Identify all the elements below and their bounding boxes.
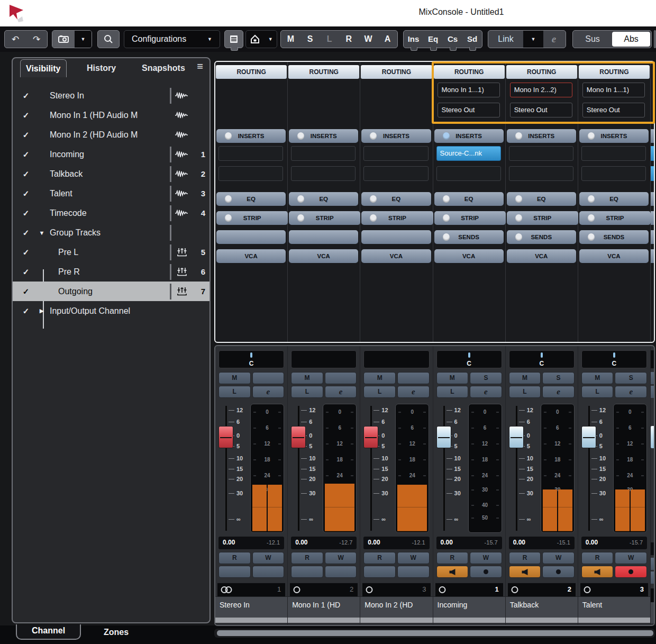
record-enable-button[interactable] (325, 566, 357, 578)
visibility-checkmark[interactable]: ✓ (18, 189, 34, 198)
vca-rack-header[interactable]: VCA (434, 249, 504, 263)
write-automation-button[interactable]: W (397, 552, 430, 564)
level-meter[interactable]: 06 1218 2430 (323, 404, 357, 533)
visibility-list-item[interactable]: ✓ Pre L (13, 242, 209, 262)
monitor-button[interactable] (509, 566, 541, 578)
meter-peak-value[interactable]: -12.7 (339, 539, 352, 546)
rack-toggle-button[interactable]: Cs (444, 31, 462, 48)
pan-control[interactable] (291, 350, 357, 368)
visibility-list-item[interactable]: ✓ Timecode (13, 203, 209, 223)
strip-rack-header[interactable]: STRIP (289, 211, 361, 225)
set-up-window-layout-button[interactable] (224, 30, 243, 48)
listen-button[interactable]: L (581, 386, 614, 398)
panel-tab[interactable]: Snapshots (136, 59, 190, 77)
visibility-list-item[interactable]: ✓ Talkback (13, 164, 209, 184)
snapshot-camera-button[interactable] (52, 31, 75, 48)
record-enable-button[interactable] (252, 566, 285, 578)
fader-handle[interactable] (509, 426, 524, 448)
inserts-rack-header[interactable]: INSERTS (507, 129, 576, 143)
insert-slot-1[interactable] (291, 146, 356, 161)
inserts-rack-header[interactable]: INSERTS (289, 129, 358, 143)
visibility-checkmark[interactable]: ✓ (18, 267, 34, 277)
visibility-checkmark[interactable]: ✓ (18, 287, 34, 296)
sends-rack-header[interactable]: SENDS (507, 230, 576, 244)
record-enable-button[interactable] (397, 566, 430, 578)
write-automation-button[interactable]: W (542, 552, 575, 564)
pan-control[interactable]: C (436, 350, 502, 368)
meter-peak-value[interactable]: -12.1 (412, 539, 425, 546)
sends-rack-header[interactable]: SENDS (289, 230, 358, 244)
level-meter[interactable]: 06 1218 2430 (395, 404, 429, 533)
visibility-list-item[interactable]: ✓ Mono In 2 (HD Audio M (13, 125, 209, 144)
tab-zones[interactable]: Zones (104, 628, 129, 637)
monitor-button[interactable] (218, 566, 251, 578)
visibility-checkmark[interactable]: ✓ (18, 306, 34, 316)
meter-peak-value[interactable]: -12.1 (267, 539, 280, 546)
write-automation-button[interactable]: W (252, 552, 285, 564)
mute-button[interactable]: M (509, 372, 541, 384)
read-automation-button[interactable]: R (218, 552, 251, 564)
write-automation-button[interactable]: W (615, 552, 647, 564)
mute-button[interactable]: M (363, 372, 396, 384)
fader-handle[interactable] (291, 426, 306, 448)
edit-channel-button[interactable]: e (470, 386, 502, 398)
inserts-rack-header[interactable]: INSERTS (579, 129, 649, 143)
strip-rack-header[interactable]: STRIP (361, 211, 433, 225)
channel-color-strip[interactable] (578, 618, 650, 623)
level-meter[interactable]: 06 1218 2430 4050 (468, 404, 502, 533)
channel-state-button[interactable]: S (301, 34, 319, 44)
routing-rack-header[interactable]: ROUTING (506, 65, 577, 79)
channel-state-button[interactable]: L (321, 34, 339, 44)
fader-handle[interactable] (581, 426, 596, 448)
strip-rack-header[interactable]: STRIP (216, 211, 288, 225)
visibility-list-item[interactable]: ✓ ▶ Input/Output Channel (13, 301, 209, 321)
strip-rack-header[interactable]: STRIP (434, 211, 506, 225)
routing-output-slot[interactable]: Stereo Out (510, 103, 572, 117)
routing-input-slot[interactable]: Mono In 1...1) (582, 83, 645, 97)
level-meter[interactable]: 06 1218 2430 (541, 404, 575, 533)
link-button[interactable]: Link (488, 34, 523, 44)
visibility-checkmark[interactable]: ✓ (18, 150, 34, 159)
channel-color-strip[interactable] (288, 618, 360, 623)
rack-toggle-button[interactable]: Sd (463, 31, 481, 48)
channel-name[interactable]: Stereo In (215, 596, 287, 618)
sends-rack-header[interactable]: SENDS (216, 230, 286, 244)
visibility-list-item[interactable]: ✓ Pre R (13, 262, 209, 282)
visibility-list-item[interactable]: ✓ Mono In 1 (HD Audio M (13, 105, 209, 125)
monitor-button[interactable] (291, 566, 323, 578)
routing-rack-header[interactable]: ROUTING (361, 65, 432, 79)
visibility-list-item[interactable]: ✓ ▼ Group Tracks (13, 223, 209, 242)
visibility-checkmark[interactable]: ✓ (18, 208, 34, 218)
visibility-list-item[interactable]: ✓ Outgoing (13, 282, 209, 301)
panel-menu-icon[interactable]: ≡ (197, 60, 203, 72)
routing-input-slot[interactable]: Mono In 1...1) (438, 83, 500, 97)
level-meter[interactable]: 06 1218 2430 (613, 404, 647, 533)
channel-state-button[interactable]: A (379, 34, 397, 44)
vca-rack-header[interactable]: VCA (579, 249, 649, 263)
link-edit-button[interactable]: e (543, 33, 564, 45)
channel-state-button[interactable]: R (340, 34, 358, 44)
insert-slot-2[interactable] (363, 166, 428, 181)
fader-db-value[interactable]: 0.00 (223, 539, 235, 546)
eq-rack-header[interactable]: EQ (289, 192, 358, 206)
eq-rack-header[interactable]: EQ (361, 192, 431, 206)
edit-channel-button[interactable]: e (397, 386, 430, 398)
insert-slot-2[interactable] (581, 166, 646, 181)
fader-db-value[interactable]: 0.00 (513, 539, 525, 546)
channel-state-button[interactable]: M (281, 34, 299, 44)
insert-slot-1[interactable]: Source-C...nk (436, 146, 501, 161)
listen-button[interactable]: L (363, 386, 396, 398)
visibility-checkmark[interactable]: ✓ (18, 248, 34, 257)
insert-slot-2[interactable] (436, 166, 501, 181)
visibility-checkmark[interactable]: ✓ (18, 111, 34, 120)
read-automation-button[interactable]: R (509, 552, 541, 564)
channel-color-strip[interactable] (506, 618, 578, 623)
mute-button[interactable]: M (581, 372, 614, 384)
channel-name[interactable]: Talkback (506, 596, 578, 618)
channel-color-strip[interactable] (360, 618, 432, 623)
edit-channel-button[interactable]: e (542, 386, 575, 398)
channel-name[interactable]: Mono In 1 (HD (288, 596, 360, 618)
sends-rack-header[interactable]: SENDS (434, 230, 504, 244)
routing-rack-header[interactable]: ROUTING (288, 65, 359, 79)
mute-button[interactable]: M (218, 372, 251, 384)
